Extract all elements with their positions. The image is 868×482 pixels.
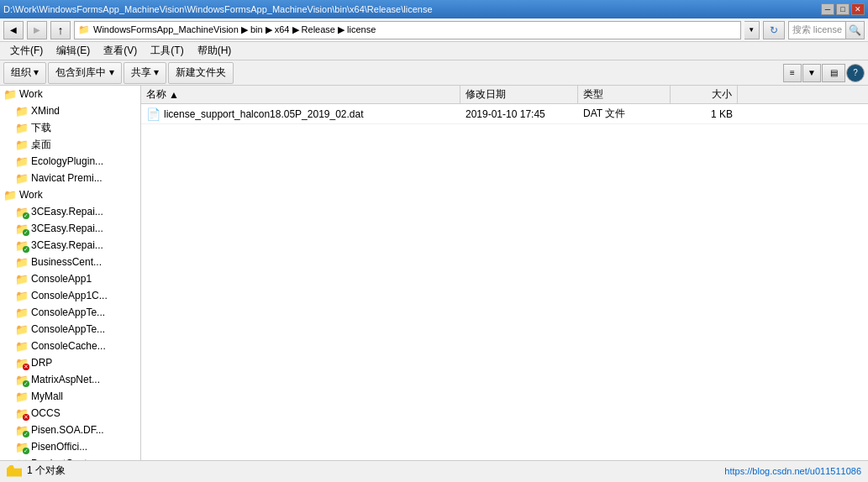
sidebar-item[interactable]: 📁✓PisenOffici... [0, 438, 140, 455]
sidebar-item[interactable]: 📁下载 [0, 119, 140, 136]
new-folder-button[interactable]: 新建文件夹 [168, 62, 234, 84]
include-library-label: 包含到库中 ▾ [55, 65, 113, 80]
sidebar-item-label: Work [19, 88, 43, 100]
sidebar-item[interactable]: 📁✓Pisen.SOA.DF... [0, 422, 140, 438]
folder-icon: 📁✓ [15, 374, 29, 386]
minimize-button[interactable]: ─ [821, 3, 834, 15]
folder-icon: 📁✓ [15, 239, 29, 252]
sidebar-item[interactable]: 📁BusinessCent... [0, 254, 140, 270]
title-bar: D:\Work\WindowsFormsApp_MachineVision\Wi… [0, 0, 868, 18]
folder-icon: 📁✓ [15, 223, 29, 235]
new-folder-label: 新建文件夹 [176, 65, 226, 80]
include-library-button[interactable]: 包含到库中 ▾ [48, 62, 121, 84]
file-date-cell: 2019-01-10 17:45 [460, 104, 578, 123]
sidebar-item-label: Navicat Premi... [31, 172, 103, 184]
col-header-date[interactable]: 修改日期 [460, 86, 578, 103]
up-button[interactable]: ↑ [50, 21, 71, 39]
sidebar-item[interactable]: 📁ConsoleAppTe... [0, 321, 140, 338]
folder-icon: 📁✓ [15, 206, 29, 218]
sidebar-item[interactable]: 📁XMind [0, 102, 140, 119]
address-bar-area: ◀ ▶ ↑ 📁 WindowsFormsApp_MachineVision ▶ … [0, 18, 868, 42]
folder-icon: 📁 [15, 340, 29, 353]
preview-pane-button[interactable]: ▤ [822, 64, 845, 82]
folder-icon: 📁 [15, 122, 29, 134]
sidebar-item-label: EcologyPlugin... [31, 155, 103, 167]
sidebar-item[interactable]: 📁EcologyPlugin... [0, 153, 140, 170]
col-header-name[interactable]: 名称 ▲ [141, 86, 460, 103]
address-dropdown[interactable]: 📁 WindowsFormsApp_MachineVision ▶ bin ▶ … [74, 21, 741, 39]
menu-file[interactable]: 文件(F) [3, 42, 50, 60]
file-type: DAT 文件 [583, 107, 625, 121]
sidebar-item[interactable]: 📁ConsoleAppTe... [0, 304, 140, 321]
sidebar-item-label: DRP [31, 357, 52, 369]
restore-button[interactable]: □ [836, 3, 850, 15]
folder-icon: 📁 [15, 139, 29, 151]
sidebar-item[interactable]: 📁✓3CEasy.Repai... [0, 203, 140, 220]
sidebar-item-label: Work [19, 189, 43, 201]
sidebar-item[interactable]: 📁Work [0, 186, 140, 203]
folder-icon: 📁 [15, 323, 29, 336]
col-header-size[interactable]: 大小 [671, 86, 738, 103]
sidebar-item[interactable]: 📁Navicat Premi... [0, 170, 140, 186]
title-bar-text: D:\Work\WindowsFormsApp_MachineVision\Wi… [3, 4, 821, 14]
sidebar-item[interactable]: 📁ConsoleCache... [0, 338, 140, 354]
folder-icon: 📁 [78, 24, 90, 35]
back-button[interactable]: ◀ [3, 21, 24, 39]
sidebar-item[interactable]: 📁✕DRP [0, 354, 140, 371]
sidebar-item[interactable]: 📁桌面 [0, 136, 140, 153]
file-list-area: 名称 ▲ 修改日期 类型 大小 📄 license_support_halcon… [141, 86, 868, 460]
organize-label: 组织 ▾ [11, 65, 39, 80]
folder-icon: 📁 [15, 458, 29, 461]
folder-icon: 📁✕ [15, 407, 29, 420]
status-left: 1 个对象 [7, 464, 66, 478]
sidebar-item[interactable]: 📁ConsoleApp1 [0, 270, 140, 287]
menu-help[interactable]: 帮助(H) [191, 42, 239, 60]
status-bar: 1 个对象 https://blog.csdn.net/u011511086 [0, 460, 868, 480]
close-button[interactable]: ✕ [851, 3, 865, 15]
folder-icon: 📁✓ [15, 424, 29, 437]
sidebar-item[interactable]: 📁✓MatrixAspNet... [0, 371, 140, 388]
sidebar-item-label: XMind [31, 105, 60, 117]
organize-button[interactable]: 组织 ▾ [3, 62, 46, 84]
search-button[interactable]: 🔍 [845, 22, 864, 39]
file-name: license_support_halcon18.05P_2019_02.dat [164, 108, 364, 120]
folder-icon: 📁 [15, 306, 29, 319]
menu-view[interactable]: 查看(V) [97, 42, 144, 60]
file-type-cell: DAT 文件 [578, 104, 671, 123]
sidebar-item-label: PisenOffici... [31, 441, 87, 453]
sidebar-item[interactable]: 📁Work [0, 86, 140, 102]
sidebar-item[interactable]: 📁MyMall [0, 388, 140, 405]
folder-icon: 📁 [15, 273, 29, 286]
menu-edit[interactable]: 编辑(E) [50, 42, 97, 60]
search-label: 搜索 license [789, 24, 845, 36]
share-button[interactable]: 共享 ▾ [124, 62, 166, 84]
forward-button[interactable]: ▶ [27, 21, 47, 39]
sidebar-item-label: 桌面 [31, 138, 51, 152]
file-date: 2019-01-10 17:45 [466, 108, 545, 120]
table-row[interactable]: 📄 license_support_halcon18.05P_2019_02.d… [141, 104, 868, 124]
menu-bar: 文件(F) 编辑(E) 查看(V) 工具(T) 帮助(H) [0, 42, 868, 60]
sidebar-item[interactable]: 📁ConsoleApp1C... [0, 287, 140, 304]
refresh-button[interactable]: ↻ [763, 21, 785, 39]
share-label: 共享 ▾ [131, 65, 159, 80]
file-name-cell: 📄 license_support_halcon18.05P_2019_02.d… [141, 104, 460, 123]
folder-icon: 📁 [3, 189, 17, 202]
sidebar-item[interactable]: 📁ProductCente... [0, 455, 140, 460]
col-header-type[interactable]: 类型 [578, 86, 671, 103]
address-dropdown-arrow[interactable]: ▼ [744, 21, 760, 39]
view-details-button[interactable]: ≡ [783, 64, 802, 82]
title-bar-buttons: ─ □ ✕ [821, 3, 865, 15]
sidebar-item-label: MyMall [31, 390, 63, 402]
sidebar-item[interactable]: 📁✕OCCS [0, 405, 140, 422]
help-button[interactable]: ? [846, 64, 865, 82]
address-path: WindowsFormsApp_MachineVision ▶ bin ▶ x6… [93, 24, 376, 35]
sidebar-item[interactable]: 📁✓3CEasy.Repai... [0, 237, 140, 254]
status-folder-icon [7, 465, 22, 477]
status-count: 1 个对象 [27, 464, 66, 478]
view-buttons: ≡ ▼ ▤ ? [783, 64, 865, 82]
view-dropdown-button[interactable]: ▼ [802, 64, 821, 82]
menu-tools[interactable]: 工具(T) [144, 42, 190, 60]
sidebar-item[interactable]: 📁✓3CEasy.Repai... [0, 220, 140, 237]
file-list-header: 名称 ▲ 修改日期 类型 大小 [141, 86, 868, 104]
sidebar-item-label: 3CEasy.Repai... [31, 239, 103, 251]
